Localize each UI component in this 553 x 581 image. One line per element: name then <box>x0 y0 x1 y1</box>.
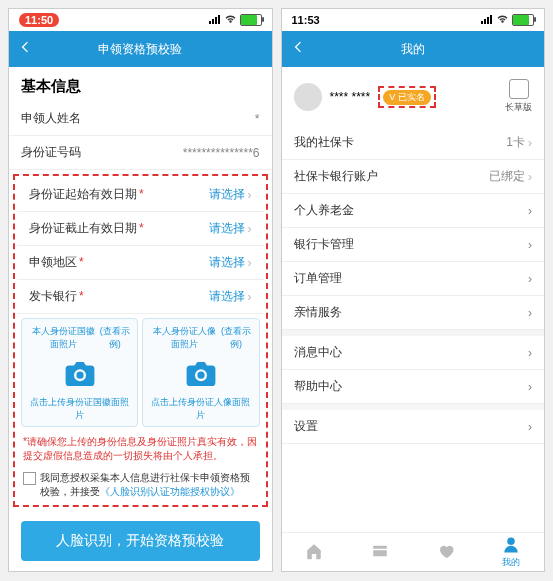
row-region[interactable]: 申领地区 请选择› <box>17 246 264 280</box>
row-id-start-date[interactable]: 身份证起始有效日期 请选择› <box>17 178 264 212</box>
label: 申领地区 <box>29 254 84 271</box>
avatar <box>294 83 322 111</box>
select-action: 请选择 <box>209 220 245 237</box>
highlighted-required-area: 身份证起始有效日期 请选择› 身份证截止有效日期 请选择› 申领地区 请选择› … <box>13 174 268 507</box>
view-sample-link[interactable]: (查看示例) <box>98 325 131 351</box>
label: 银行卡管理 <box>294 236 354 253</box>
tab-bar: 我的 <box>282 532 545 571</box>
status-bar: 11:53 <box>282 9 545 31</box>
row-id-number: 身份证号码 ***************6 <box>9 136 272 170</box>
select-action: 请选择 <box>209 254 245 271</box>
battery-icon <box>240 14 262 26</box>
label: 帮助中心 <box>294 378 342 395</box>
agreement-link[interactable]: 《人脸识别认证功能授权协议》 <box>100 486 240 497</box>
chevron-right-icon: › <box>248 256 252 270</box>
upload-hint: 点击上传身份证国徽面照片 <box>26 393 133 422</box>
start-face-verify-button[interactable]: 人脸识别，开始资格预校验 <box>21 521 260 561</box>
status-time: 11:53 <box>292 14 320 26</box>
status-time: 11:50 <box>19 13 59 27</box>
masked-name: **** **** <box>330 90 371 104</box>
tab-mine[interactable]: 我的 <box>502 536 520 569</box>
row-applicant-name: 申领人姓名 * <box>9 102 272 136</box>
status-bar: 11:50 <box>9 9 272 31</box>
switch-icon <box>509 79 529 99</box>
header-bar: 我的 <box>282 31 545 67</box>
upload-row: 本人身份证国徽面照片(查看示例) 点击上传身份证国徽面照片 本人身份证人像面照片… <box>17 314 264 431</box>
menu-bankcard[interactable]: 银行卡管理› <box>282 228 545 262</box>
menu-my-card[interactable]: 我的社保卡1卡› <box>282 126 545 160</box>
upload-title: 本人身份证人像面照片 <box>149 325 219 351</box>
profile-card[interactable]: **** **** V 已实名 长草版 <box>282 67 545 126</box>
chevron-right-icon: › <box>528 238 532 252</box>
section-basic-info: 基本信息 <box>9 67 272 102</box>
chevron-right-icon: › <box>528 136 532 150</box>
upload-hint: 点击上传身份证人像面照片 <box>147 393 254 422</box>
select-action: 请选择 <box>209 186 245 203</box>
label: 申领人姓名 <box>21 110 81 127</box>
label: 个人养老金 <box>294 202 354 219</box>
upload-id-back[interactable]: 本人身份证人像面照片(查看示例) 点击上传身份证人像面照片 <box>142 318 259 427</box>
agreement-checkbox[interactable] <box>23 472 36 485</box>
agreement-text: 我同意授权采集本人信息进行社保卡申领资格预校验，并接受《人脸识别认证功能授权协议… <box>40 471 258 499</box>
row-issuing-bank[interactable]: 发卡银行 请选择› <box>17 280 264 314</box>
menu-help[interactable]: 帮助中心› <box>282 370 545 404</box>
label: 消息中心 <box>294 344 342 361</box>
camera-icon <box>147 355 254 393</box>
battery-icon <box>512 14 534 26</box>
signal-icon <box>481 14 493 26</box>
tab-service[interactable] <box>437 542 455 562</box>
long-version-button[interactable]: 长草版 <box>505 79 532 114</box>
menu-pension[interactable]: 个人养老金› <box>282 194 545 228</box>
chevron-right-icon: › <box>528 420 532 434</box>
tab-card[interactable] <box>371 542 389 562</box>
agreement-row[interactable]: 我同意授权采集本人信息进行社保卡申领资格预校验，并接受《人脸识别认证功能授权协议… <box>17 467 264 503</box>
back-button[interactable] <box>290 39 306 58</box>
value: * <box>255 112 260 126</box>
upload-title: 本人身份证国徽面照片 <box>28 325 98 351</box>
chevron-right-icon: › <box>248 188 252 202</box>
header-title: 我的 <box>401 41 425 58</box>
menu-bank-account[interactable]: 社保卡银行账户已绑定› <box>282 160 545 194</box>
chevron-right-icon: › <box>528 204 532 218</box>
camera-icon <box>26 355 133 393</box>
menu-orders[interactable]: 订单管理› <box>282 262 545 296</box>
view-sample-link[interactable]: (查看示例) <box>220 325 253 351</box>
menu-messages[interactable]: 消息中心› <box>282 336 545 370</box>
row-id-end-date[interactable]: 身份证截止有效日期 请选择› <box>17 212 264 246</box>
wifi-icon <box>496 14 509 26</box>
chevron-right-icon: › <box>528 346 532 360</box>
tab-home[interactable] <box>305 542 323 562</box>
header-bar: 申领资格预校验 <box>9 31 272 67</box>
signal-icon <box>209 14 221 26</box>
label: 亲情服务 <box>294 304 342 321</box>
warning-text: *请确保您上传的身份信息及身份证照片真实有效，因提交虚假信息造成的一切损失将由个… <box>17 431 264 467</box>
chevron-right-icon: › <box>248 290 252 304</box>
chevron-right-icon: › <box>528 170 532 184</box>
header-title: 申领资格预校验 <box>98 41 182 58</box>
verified-badge-highlight: V 已实名 <box>378 86 436 108</box>
verified-badge: V 已实名 <box>383 90 431 105</box>
select-action: 请选择 <box>209 288 245 305</box>
screen-apply: 11:50 申领资格预校验 基本信息 申领人姓名 * 身份证号码 *******… <box>8 8 273 572</box>
label: 发卡银行 <box>29 288 84 305</box>
chevron-right-icon: › <box>528 306 532 320</box>
upload-id-front[interactable]: 本人身份证国徽面照片(查看示例) 点击上传身份证国徽面照片 <box>21 318 138 427</box>
value: ***************6 <box>183 146 260 160</box>
chevron-right-icon: › <box>528 380 532 394</box>
label: 设置 <box>294 418 318 435</box>
status-indicators <box>481 14 534 26</box>
menu-settings[interactable]: 设置› <box>282 410 545 444</box>
menu-family[interactable]: 亲情服务› <box>282 296 545 330</box>
back-button[interactable] <box>17 39 33 58</box>
label: 社保卡银行账户 <box>294 168 378 185</box>
chevron-right-icon: › <box>248 222 252 236</box>
chevron-right-icon: › <box>528 272 532 286</box>
label: 身份证号码 <box>21 144 81 161</box>
label: 身份证截止有效日期 <box>29 220 144 237</box>
label: 身份证起始有效日期 <box>29 186 144 203</box>
status-indicators <box>209 14 262 26</box>
label: 我的社保卡 <box>294 134 354 151</box>
wifi-icon <box>224 14 237 26</box>
label: 订单管理 <box>294 270 342 287</box>
screen-mine: 11:53 我的 **** **** V 已实名 长草版 我的社保卡1卡› 社保… <box>281 8 546 572</box>
